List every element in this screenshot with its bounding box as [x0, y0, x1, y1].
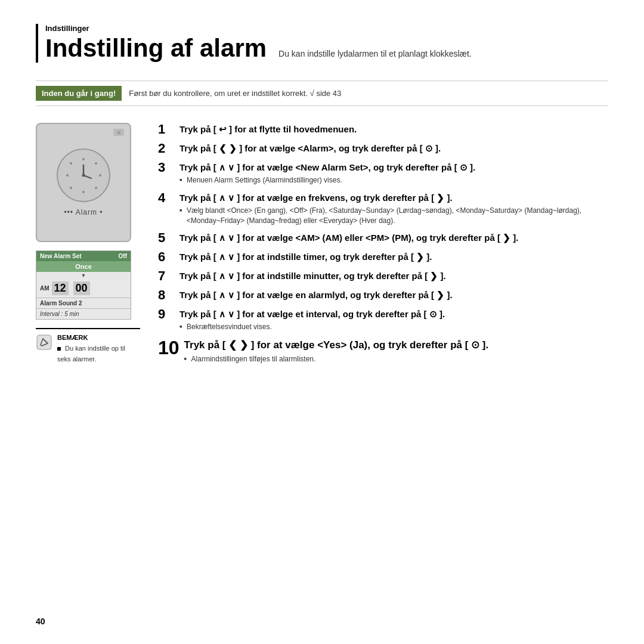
screen-header-left: New Alarm Set [40, 253, 82, 259]
step-9-main: Tryk på [ ∧ ∨ ] for at vælge et interval… [179, 308, 608, 320]
svg-rect-11 [37, 335, 51, 349]
screen-hour: 12 [52, 281, 69, 295]
screen-mockup: New Alarm Set Off Once ▼ AM 12 00 Alarm … [36, 250, 131, 320]
step-10-num: 10 [158, 338, 179, 357]
step-1-num: 1 [158, 123, 175, 136]
step-4-content: Tryk på [ ∧ ∨ ] for at vælge en frekvens… [179, 191, 608, 226]
svg-point-0 [82, 158, 85, 160]
step-2-main: Tryk på [ ❮ ❯ ] for at vælge <Alarm>, og… [179, 142, 608, 154]
step-7-main: Tryk på [ ∧ ∨ ] for at indstille minutte… [179, 270, 608, 282]
step-2-content: Tryk på [ ❮ ❯ ] for at vælge <Alarm>, og… [179, 142, 608, 154]
note-bullet-text: Du kan indstille op til seks alarmer. [57, 345, 125, 363]
step-7-content: Tryk på [ ∧ ∨ ] for at indstille minutte… [179, 270, 608, 282]
step-1-content: Tryk på [ ↩ ] for at flytte til hovedmen… [179, 123, 608, 135]
note-icon [36, 334, 52, 364]
main-content: ⊞ [36, 123, 608, 370]
step-3: 3 Tryk på [ ∧ ∨ ] for at vælge <New Alar… [158, 161, 608, 185]
svg-point-3 [95, 187, 97, 189]
step-3-num: 3 [158, 161, 175, 174]
step-10-sub: Alarmindstillingen tilføjes til alarmlis… [184, 354, 608, 364]
svg-point-2 [99, 174, 101, 177]
step-4-main: Tryk på [ ∧ ∨ ] for at vælge en frekvens… [179, 191, 608, 204]
step-4: 4 Tryk på [ ∧ ∨ ] for at vælge en frekve… [158, 191, 608, 226]
left-panel: ⊞ [36, 123, 140, 370]
step-2-num: 2 [158, 142, 175, 155]
step-2: 2 Tryk på [ ❮ ❯ ] for at vælge <Alarm>, … [158, 142, 608, 155]
screen-once: Once [36, 261, 131, 272]
device-label: ••• Alarm • [64, 208, 103, 216]
screen-arrow-down: ▼ [36, 272, 131, 279]
step-10: 10 Tryk på [ ❮ ❯ ] for at vælge <Yes> (J… [158, 338, 608, 364]
step-4-sub: Vælg blandt <Once> (En gang), <Off> (Fra… [179, 206, 608, 226]
page-header: Indstillinger Indstilling af alarm Du ka… [36, 24, 608, 63]
screen-header-right: Off [119, 253, 127, 259]
device-mockup: ⊞ [36, 123, 131, 242]
svg-point-5 [70, 187, 72, 189]
step-8-num: 8 [158, 289, 175, 302]
svg-point-1 [95, 162, 97, 165]
step-5-num: 5 [158, 231, 175, 244]
step-6-content: Tryk på [ ∧ ∨ ] for at indstille timer, … [179, 250, 608, 263]
step-3-main: Tryk på [ ∧ ∨ ] for at vælge <New Alarm … [179, 161, 608, 174]
step-9-sub: Bekræftelsesvinduet vises. [179, 322, 608, 332]
screen-header: New Alarm Set Off [36, 251, 131, 261]
pencil-icon [36, 334, 52, 351]
screen-am: AM [40, 285, 49, 292]
clock-dots-svg [63, 154, 104, 196]
step-6-main: Tryk på [ ∧ ∨ ] for at indstille timer, … [179, 250, 608, 263]
step-9: 9 Tryk på [ ∧ ∨ ] for at vælge et interv… [158, 308, 608, 332]
page-title: Indstilling af alarm [45, 34, 267, 63]
step-1: 1 Tryk på [ ↩ ] for at flytte til hovedm… [158, 123, 608, 136]
step-8: 8 Tryk på [ ∧ ∨ ] for at vælge en alarml… [158, 289, 608, 302]
svg-point-6 [66, 174, 69, 177]
note-content: BEMÆRK Du kan indstille op til seks alar… [57, 334, 140, 364]
step-6-num: 6 [158, 250, 175, 264]
right-panel: 1 Tryk på [ ↩ ] for at flytte til hovedm… [158, 123, 608, 370]
step-1-main: Tryk på [ ↩ ] for at flytte til hovedmen… [179, 123, 608, 135]
page-number: 40 [36, 617, 45, 626]
note-box: BEMÆRK Du kan indstille op til seks alar… [36, 328, 140, 364]
section-label: Indstillinger [45, 24, 608, 33]
step-7-num: 7 [158, 270, 175, 283]
svg-point-4 [82, 191, 85, 193]
prereq-label: Inden du går i gang! [36, 86, 122, 101]
svg-point-7 [70, 162, 72, 165]
step-5-main: Tryk på [ ∧ ∨ ] for at vælge <AM> (AM) e… [179, 231, 608, 244]
bullet-icon [57, 347, 61, 351]
note-label: BEMÆRK [57, 334, 140, 341]
clock-face [57, 148, 110, 202]
step-10-main: Tryk på [ ❮ ❯ ] for at vælge <Yes> (Ja),… [184, 338, 608, 352]
step-8-main: Tryk på [ ∧ ∨ ] for at vælge en alarmlyd… [179, 289, 608, 301]
screen-min: 00 [73, 281, 90, 295]
screen-time: AM 12 00 [36, 279, 131, 298]
svg-point-10 [82, 174, 85, 177]
step-5-content: Tryk på [ ∧ ∨ ] for at vælge <AM> (AM) e… [179, 231, 608, 244]
step-10-content: Tryk på [ ❮ ❯ ] for at vælge <Yes> (Ja),… [184, 338, 608, 364]
step-7: 7 Tryk på [ ∧ ∨ ] for at indstille minut… [158, 270, 608, 283]
step-4-num: 4 [158, 191, 175, 205]
step-5: 5 Tryk på [ ∧ ∨ ] for at vælge <AM> (AM)… [158, 231, 608, 244]
step-9-num: 9 [158, 308, 175, 321]
step-8-content: Tryk på [ ∧ ∨ ] for at vælge en alarmlyd… [179, 289, 608, 301]
page-subtitle: Du kan indstille lydalarmen til et planl… [278, 49, 472, 58]
prereq-banner: Inden du går i gang! Først bør du kontro… [36, 80, 608, 106]
screen-sound: Alarm Sound 2 [36, 298, 131, 308]
step-6: 6 Tryk på [ ∧ ∨ ] for at indstille timer… [158, 250, 608, 264]
step-9-content: Tryk på [ ∧ ∨ ] for at vælge et interval… [179, 308, 608, 332]
step-3-sub: Menuen Alarm Settings (Alarmindstillinge… [179, 175, 608, 185]
screen-interval: Interval : 5 min [36, 308, 131, 319]
device-indicator: ⊞ [113, 129, 124, 136]
note-text: Du kan indstille op til seks alarmer. [57, 345, 125, 363]
page: Indstillinger Indstilling af alarm Du ka… [0, 0, 644, 644]
step-3-content: Tryk på [ ∧ ∨ ] for at vælge <New Alarm … [179, 161, 608, 185]
prereq-text: Først bør du kontrollere, om uret er ind… [129, 89, 341, 98]
